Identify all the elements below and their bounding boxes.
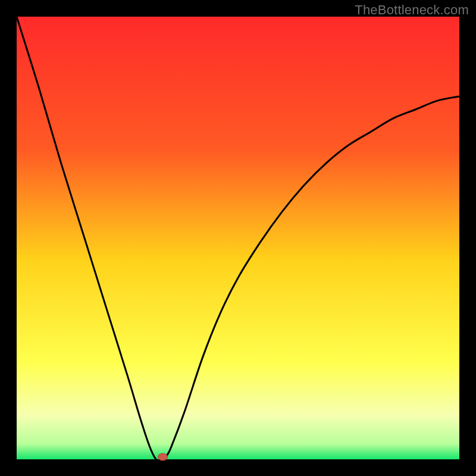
plot-area [17,17,459,459]
bottleneck-chart [0,0,476,476]
optimal-point-dot [158,453,168,461]
watermark-text: TheBottleneck.com [355,2,469,18]
chart-stage: TheBottleneck.com [0,0,476,476]
